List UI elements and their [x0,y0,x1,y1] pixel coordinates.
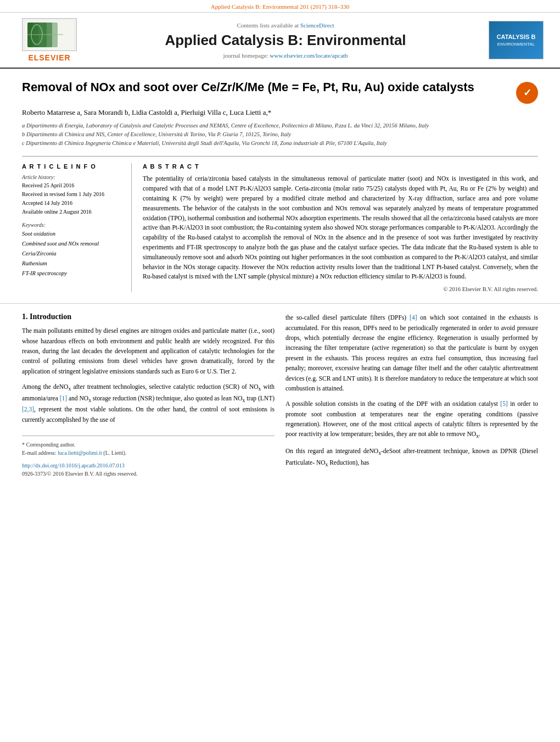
affiliation-a: a Dipartimento di Energia, Laboratory of… [22,121,538,130]
journal-logo-image: CATALYSIS BENVIRONMENTAL [489,21,544,59]
right-column: the so-called diesel particulate filters… [285,313,538,478]
article-info-col: A R T I C L E I N F O Article history: R… [22,163,132,292]
email-link[interactable]: luca.lietti@polimi.it [58,450,102,456]
left-column: 1. Introduction The main pollutants emit… [22,313,275,478]
right-para-3: On this regard an integrated deNOx-deSoo… [285,446,538,468]
article-info-abstract: A R T I C L E I N F O Article history: R… [22,156,538,292]
homepage-line: journal homepage: www.elsevier.com/locat… [93,52,478,59]
issn-line: 0926-3373/© 2016 Elsevier B.V. All right… [22,470,275,478]
intro-heading: 1. Introduction [22,313,275,321]
available-date: Available online 2 August 2016 [22,208,122,216]
abstract-col: A B S T R A C T The potentiality of ceri… [143,163,538,292]
main-content: Removal of NOx and soot over Ce/Zr/K/Me … [0,69,560,304]
journal-title-section: Contents lists available at ScienceDirec… [82,22,489,59]
elsevier-wordmark: ELSEVIER [28,53,70,62]
elsevier-image [22,18,77,51]
paper-title: Removal of NOx and soot over Ce/Zr/K/Me … [22,80,511,96]
intro-para-1: The main pollutants emitted by diesel en… [22,326,275,376]
journal-header: ELSEVIER Contents lists available at Sci… [0,13,560,69]
crossmark-badge[interactable]: ✓ [516,82,538,104]
keywords-label: Keywords: [22,222,122,228]
doi-line: http://dx.doi.org/10.1016/j.apcatb.2016.… [22,461,275,470]
accepted-date: Accepted 14 July 2016 [22,199,122,208]
affiliations-block: a Dipartimento di Energia, Laboratory of… [22,121,538,147]
elsevier-logo-section: ELSEVIER [16,18,82,62]
history-label: Article history: [22,174,122,180]
body-content: 1. Introduction The main pollutants emit… [0,304,560,489]
journal-name: Applied Catalysis B: Environmental [93,32,478,49]
sciencedirect-line: Contents lists available at ScienceDirec… [93,22,478,29]
article-info-heading: A R T I C L E I N F O [22,163,122,170]
journal-reference: Applied Catalysis B: Environmental 201 (… [211,3,349,10]
intro-para-2: Among the deNOx after treatment technolo… [22,382,275,425]
footnote-corresponding: * Corresponding author. [22,440,275,449]
usually-word: usually [481,334,499,341]
sciencedirect-link[interactable]: ScienceDirect [300,22,334,29]
keywords-section: Keywords: Soot oxidation Combined soot a… [22,222,122,278]
doi-link[interactable]: http://dx.doi.org/10.1016/j.apcatb.2016.… [22,462,125,468]
affiliation-b: b Dipartimento di Chimica and NIS, Cente… [22,130,538,139]
journal-reference-bar: Applied Catalysis B: Environmental 201 (… [0,0,560,13]
keyword-2: Combined soot and NOx removal [22,239,122,249]
journal-homepage-link[interactable]: www.elsevier.com/locate/apcatb [270,52,348,59]
abstract-body: The potentiality of ceria/zirconia based… [143,174,538,282]
revised-date: Received in revised form 1 July 2016 [22,190,122,199]
received-date: Received 25 April 2016 [22,181,122,190]
affiliation-c: c Dipartimento di Chimica Ingegneria Chi… [22,139,538,148]
keyword-1: Soot oxidation [22,229,122,239]
keyword-5: FT-IR spectroscopy [22,269,122,278]
right-para-2: A possible solution consists in the coat… [285,399,538,440]
abstract-heading: A B S T R A C T [143,163,538,170]
authors-line: Roberto Matarrese a, Sara Morandi b, Lid… [22,108,538,117]
footnote-section: * Corresponding author. E-mail address: … [22,436,275,478]
copyright-line: © 2016 Elsevier B.V. All rights reserved… [143,286,538,292]
journal-logo-label: CATALYSIS BENVIRONMENTAL [497,34,536,47]
keyword-3: Ceria/Zirconia [22,249,122,259]
keyword-4: Ruthenium [22,259,122,269]
right-para-1: the so-called diesel particulate filters… [285,313,538,393]
footnote-email: E-mail address: luca.lietti@polimi.it (L… [22,449,275,457]
